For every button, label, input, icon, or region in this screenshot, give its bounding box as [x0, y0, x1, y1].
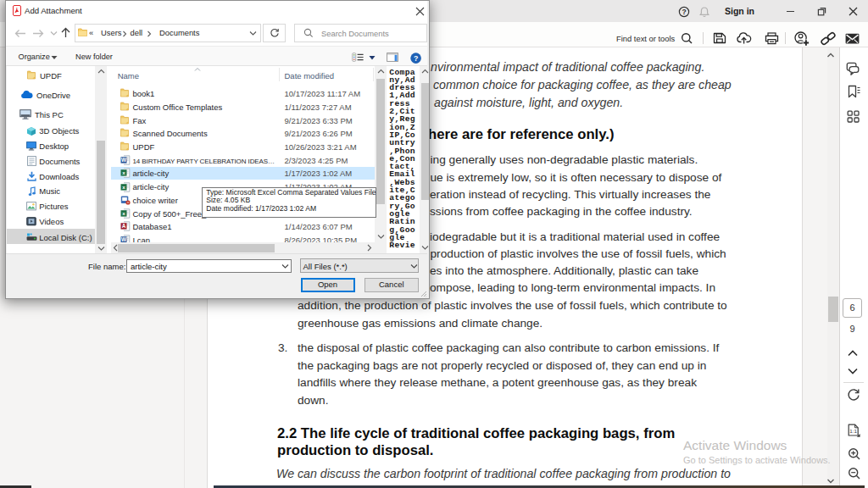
svg-text:x: x — [122, 169, 125, 175]
svg-text:?: ? — [413, 53, 417, 62]
svg-text:x: x — [122, 210, 125, 216]
svg-text:W: W — [120, 157, 126, 163]
svg-text:1:1: 1:1 — [849, 428, 857, 434]
svg-text:?: ? — [682, 8, 686, 16]
svg-text:x: x — [122, 184, 125, 190]
svg-text:A: A — [121, 223, 125, 229]
svg-text:W: W — [120, 236, 126, 242]
